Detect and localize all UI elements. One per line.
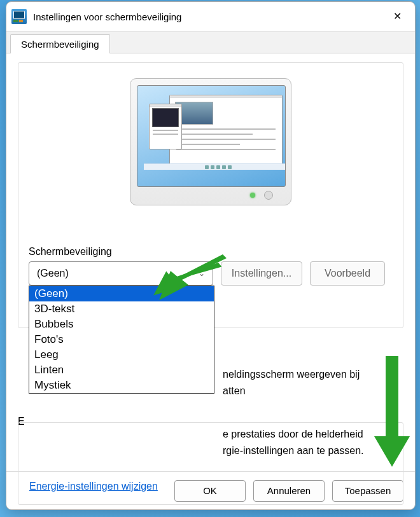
tab-screensaver[interactable]: Schermbeveiliging xyxy=(10,34,110,53)
chevron-down-icon: ⌄ xyxy=(199,269,205,278)
option-3d-text[interactable]: 3D-tekst xyxy=(29,301,214,317)
option-blank[interactable]: Leeg xyxy=(29,347,214,362)
titlebar: Instellingen voor schermbeveiliging ✕ xyxy=(6,2,415,31)
option-mystify[interactable]: Mystiek xyxy=(29,378,214,393)
screensaver-settings-window: Instellingen voor schermbeveiliging ✕ Sc… xyxy=(6,1,416,510)
option-none[interactable]: (Geen) xyxy=(29,286,214,301)
screensaver-dropdown-list: (Geen) 3D-tekst Bubbels Foto's Leeg Lint… xyxy=(29,286,214,394)
screensaver-select-value: (Geen) xyxy=(37,268,69,279)
app-icon xyxy=(11,9,27,24)
tab-strip: Schermbeveiliging xyxy=(6,32,415,53)
preview-button[interactable]: Voorbeeld xyxy=(310,261,385,286)
screensaver-group: Schermbeveiliging (Geen) ⌄ (Geen) 3D-tek… xyxy=(18,62,403,328)
monitor-preview xyxy=(130,78,291,221)
settings-button[interactable]: Instellingen... xyxy=(221,261,302,286)
window-title: Instellingen voor schermbeveiliging xyxy=(33,11,181,22)
screensaver-select[interactable]: (Geen) ⌄ (Geen) 3D-tekst Bubbels Foto's … xyxy=(29,261,213,286)
screensaver-label: Schermbeveiliging xyxy=(29,246,393,258)
close-button[interactable]: ✕ xyxy=(383,7,411,26)
logon-text-fragment: neldingsscherm weergeven bij atten xyxy=(223,366,360,399)
energy-text-fragment: e prestaties door de helderheid rgie-ins… xyxy=(223,426,363,459)
energy-settings-link[interactable]: Energie-instellingen wijzigen xyxy=(29,481,158,492)
option-bubbles[interactable]: Bubbels xyxy=(29,317,214,332)
option-ribbons[interactable]: Linten xyxy=(29,362,214,378)
content-area: Schermbeveiliging (Geen) ⌄ (Geen) 3D-tek… xyxy=(6,53,415,471)
option-photos[interactable]: Foto's xyxy=(29,332,214,347)
close-icon: ✕ xyxy=(393,11,402,22)
